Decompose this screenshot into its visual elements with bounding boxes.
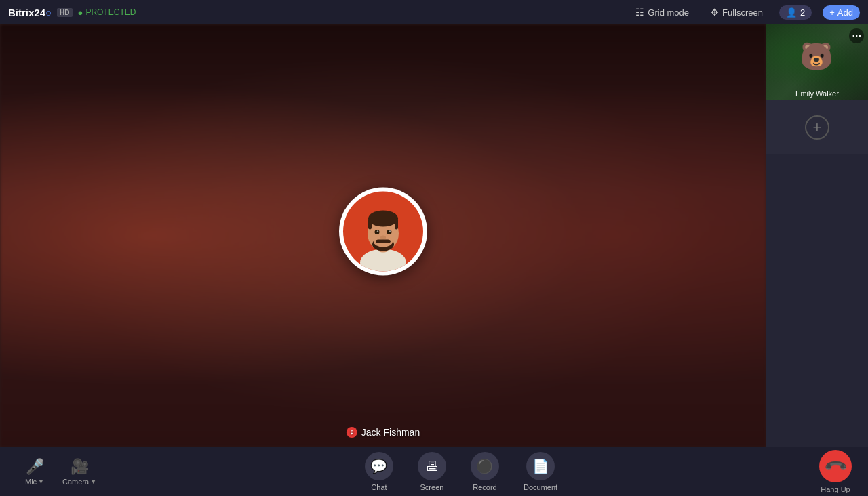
participant-illustration xyxy=(343,192,423,272)
fullscreen-label: Fullscreen xyxy=(722,7,763,18)
camera-chevron-icon: ▼ xyxy=(90,478,96,485)
fullscreen-button[interactable]: ✥ Fullscreen xyxy=(705,5,768,20)
avatar-inner xyxy=(343,192,423,272)
svg-point-8 xyxy=(375,230,380,234)
svg-point-12 xyxy=(380,236,386,240)
screen-icon-circle: 🖶 xyxy=(418,452,446,480)
participants-icon: 👤 xyxy=(786,7,797,18)
svg-point-10 xyxy=(377,230,378,232)
record-label: Record xyxy=(473,483,496,491)
participants-count: 2 xyxy=(800,7,805,18)
hang-up-icon-circle: 📞 xyxy=(819,450,852,482)
protected-label: PROTECTED xyxy=(85,7,136,17)
participant-options-button[interactable]: ⋯ xyxy=(849,28,864,43)
avatar-ring xyxy=(339,188,427,276)
participant-avatar-emoji: 🐻 xyxy=(800,41,833,71)
video-area: 🎙 Jack Fishman xyxy=(0,24,766,447)
svg-point-3 xyxy=(368,211,398,227)
participant-thumb-name: Emily Walker xyxy=(766,89,868,98)
bottom-center-controls: 💬 Chat 🖶 Screen ⚫ Record 📄 Document xyxy=(355,448,567,495)
mic-button[interactable]: 🎤 Mic ▼ xyxy=(16,454,53,490)
add-button[interactable]: + Add xyxy=(823,5,860,20)
mic-off-symbol: 🎙 xyxy=(349,430,355,436)
document-label: Document xyxy=(524,483,557,491)
document-icon: 📄 xyxy=(532,458,549,474)
hang-up-icon: 📞 xyxy=(823,453,848,478)
grid-mode-label: Grid mode xyxy=(648,7,689,18)
record-icon-circle: ⚫ xyxy=(471,452,499,480)
participant-thumbnail[interactable]: 🐻 Emily Walker ⋯ xyxy=(766,24,868,100)
mic-label: Mic ▼ xyxy=(25,478,44,486)
bottom-bar: 🎤 Mic ▼ 🎥 Camera ▼ 💬 Chat 🖶 Screen xyxy=(0,447,868,496)
right-sidebar: 🐻 Emily Walker ⋯ + xyxy=(766,24,868,447)
bottom-right-controls: 📞 Hang Up xyxy=(819,450,852,493)
hd-badge: HD xyxy=(57,8,72,17)
mic-off-icon: 🎙 xyxy=(347,427,357,438)
record-button[interactable]: ⚫ Record xyxy=(461,448,509,495)
top-bar-left: Bitrix24○ HD ● PROTECTED xyxy=(8,7,136,18)
screen-icon: 🖶 xyxy=(425,459,439,474)
shield-icon: ● xyxy=(78,7,83,18)
screen-button[interactable]: 🖶 Screen xyxy=(408,448,456,495)
hang-up-label: Hang Up xyxy=(821,485,850,493)
add-label: Add xyxy=(837,7,853,18)
add-icon: + xyxy=(829,7,835,18)
camera-label: Camera ▼ xyxy=(62,478,96,486)
top-bar-right: ☷ Grid mode ✥ Fullscreen 👤 2 + Add xyxy=(630,5,860,20)
top-bar: Bitrix24○ HD ● PROTECTED ☷ Grid mode ✥ F… xyxy=(0,0,868,24)
chat-label: Chat xyxy=(371,483,387,491)
camera-button[interactable]: 🎥 Camera ▼ xyxy=(56,454,103,490)
app-logo: Bitrix24○ xyxy=(8,7,52,18)
camera-icon: 🎥 xyxy=(71,458,89,476)
bottom-left-controls: 🎤 Mic ▼ 🎥 Camera ▼ xyxy=(16,454,103,490)
fullscreen-icon: ✥ xyxy=(711,7,719,18)
record-icon: ⚫ xyxy=(476,458,493,474)
main-participant-avatar xyxy=(339,188,427,276)
mic-icon: 🎤 xyxy=(26,458,44,476)
main-participant-name: Jack Fishman xyxy=(361,427,420,438)
chat-icon: 💬 xyxy=(370,458,387,474)
participants-button[interactable]: 👤 2 xyxy=(779,5,812,20)
document-icon-circle: 📄 xyxy=(526,452,555,480)
svg-rect-5 xyxy=(395,219,398,230)
participant-thumb-avatar: 🐻 xyxy=(800,43,835,78)
svg-rect-13 xyxy=(376,240,391,243)
add-participant-icon: + xyxy=(805,115,829,140)
options-dots-icon: ⋯ xyxy=(852,30,861,41)
chat-icon-circle: 💬 xyxy=(365,452,393,480)
protected-badge: ● PROTECTED xyxy=(78,7,136,18)
grid-mode-button[interactable]: ☷ Grid mode xyxy=(630,5,694,20)
document-button[interactable]: 📄 Document xyxy=(514,448,567,495)
participant-name-label: 🎙 Jack Fishman xyxy=(347,427,420,438)
svg-rect-4 xyxy=(368,219,372,230)
svg-point-11 xyxy=(389,230,391,232)
grid-icon: ☷ xyxy=(635,7,644,18)
screen-label: Screen xyxy=(420,483,444,491)
main-content: 🎙 Jack Fishman 🐻 Emily Walker ⋯ + xyxy=(0,24,868,447)
svg-point-9 xyxy=(387,230,392,234)
chat-button[interactable]: 💬 Chat xyxy=(355,448,403,495)
mic-chevron-icon: ▼ xyxy=(38,478,44,485)
add-participant-cell[interactable]: + xyxy=(766,100,868,154)
hang-up-button[interactable]: 📞 Hang Up xyxy=(819,450,852,493)
